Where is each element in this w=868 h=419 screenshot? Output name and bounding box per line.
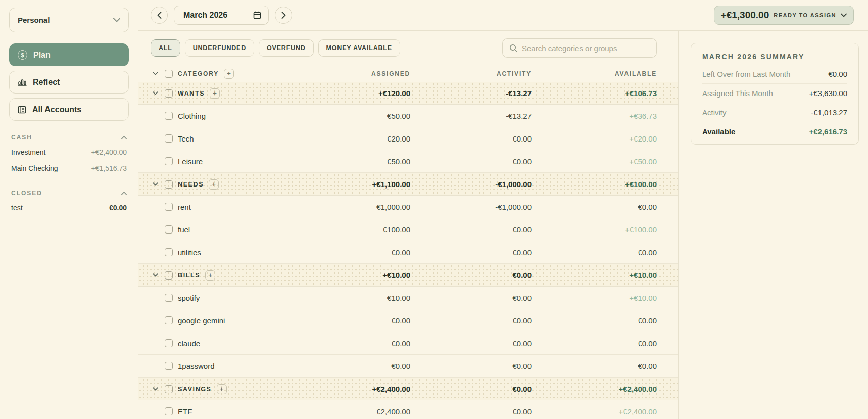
category-name-cell: Clothing xyxy=(151,112,289,120)
row-value: €0.00 xyxy=(410,294,532,302)
add-group-button[interactable]: + xyxy=(224,69,234,79)
category-checkbox[interactable] xyxy=(165,248,173,256)
sidebar-item-plan[interactable]: $Plan xyxy=(9,43,129,66)
group-value: -€1,000.00 xyxy=(410,180,532,189)
row-value: €0.00 xyxy=(410,316,532,325)
category-checkbox[interactable] xyxy=(165,112,173,120)
nav-item-label: Plan xyxy=(33,51,51,60)
row-value: €0.00 xyxy=(410,362,532,370)
budget-switcher[interactable]: Personal xyxy=(9,8,129,32)
account-balance: +€1,516.73 xyxy=(91,164,127,172)
ready-to-assign-label: READY TO ASSIGN xyxy=(774,12,836,18)
category-name-cell: rent xyxy=(151,203,289,211)
row-value: -€1,000.00 xyxy=(410,203,532,211)
account-row[interactable]: test€0.00 xyxy=(9,200,129,216)
category-checkbox[interactable] xyxy=(165,316,173,324)
group-name-cell: WANTS+ xyxy=(151,88,289,99)
category-group-row[interactable]: SAVINGS++€2,400.00€0.00+€2,400.00 xyxy=(138,378,678,400)
add-category-button[interactable]: + xyxy=(205,270,215,281)
group-checkbox[interactable] xyxy=(165,271,173,280)
collapse-all-icon[interactable] xyxy=(151,72,160,75)
category-row[interactable]: spotify€10.00€0.00+€10.00 xyxy=(138,287,678,309)
account-section-header[interactable]: CLOSED xyxy=(11,190,127,197)
category-group-row[interactable]: BILLS++€10.00€0.00+€10.00 xyxy=(138,264,678,287)
filter-button-all[interactable]: ALL xyxy=(151,39,180,57)
add-category-button[interactable]: + xyxy=(210,88,220,99)
group-checkbox[interactable] xyxy=(165,385,173,393)
available-value: +€2,400.00 xyxy=(532,407,657,416)
row-value: €0.00 xyxy=(410,157,532,166)
section-collapse-icon[interactable] xyxy=(121,136,127,139)
category-checkbox[interactable] xyxy=(165,203,173,211)
bar-chart-icon xyxy=(18,78,27,86)
filter-button-money-available[interactable]: MONEY AVAILABLE xyxy=(318,39,400,57)
category-group-row[interactable]: NEEDS++€1,100.00-€1,000.00+€100.00 xyxy=(138,173,678,196)
category-name-label: spotify xyxy=(178,294,200,302)
select-all-checkbox[interactable] xyxy=(165,70,173,78)
available-value: +€100.00 xyxy=(532,225,657,234)
summary-row-value: +€2,616.73 xyxy=(809,127,848,136)
summary-row: Assigned This Month+€3,630.00 xyxy=(702,83,847,103)
category-row[interactable]: google gemini€0.00€0.00€0.00 xyxy=(138,309,678,332)
group-collapse-icon[interactable] xyxy=(151,387,160,391)
month-picker[interactable]: March 2026 xyxy=(174,6,269,25)
category-name-label: rent xyxy=(178,203,191,211)
category-checkbox[interactable] xyxy=(165,294,173,302)
filter-button-underfunded[interactable]: UNDERFUNDED xyxy=(185,39,254,57)
ready-to-assign-amount: +€1,300.00 xyxy=(721,10,769,21)
category-row[interactable]: Clothing€50.00-€13.27+€36.73 xyxy=(138,105,678,127)
category-checkbox[interactable] xyxy=(165,407,173,415)
available-value: +€10.00 xyxy=(532,294,657,302)
category-row[interactable]: Leisure€50.00€0.00+€50.00 xyxy=(138,150,678,173)
category-checkbox[interactable] xyxy=(165,134,173,143)
category-row[interactable]: ETF€2,400.00€0.00+€2,400.00 xyxy=(138,400,678,419)
filter-button-overfund[interactable]: OVERFUND xyxy=(259,39,314,57)
group-checkbox[interactable] xyxy=(165,180,173,189)
group-collapse-icon[interactable] xyxy=(151,91,160,95)
group-collapse-icon[interactable] xyxy=(151,273,160,277)
group-checkbox[interactable] xyxy=(165,89,173,98)
summary-row-value: +€3,630.00 xyxy=(809,89,848,98)
category-row[interactable]: fuel€100.00€0.00+€100.00 xyxy=(138,218,678,241)
dollar-circle-icon: $ xyxy=(18,50,27,60)
group-name-cell: SAVINGS+ xyxy=(151,384,289,394)
category-name-cell: fuel xyxy=(151,225,289,234)
sidebar-item-all-accounts[interactable]: All Accounts xyxy=(9,98,129,121)
sidebar-item-reflect[interactable]: Reflect xyxy=(9,71,129,94)
category-name-cell: spotify xyxy=(151,294,289,302)
group-name-label: WANTS xyxy=(178,90,205,97)
nav-item-label: All Accounts xyxy=(32,105,81,114)
account-row[interactable]: Main Checking+€1,516.73 xyxy=(9,160,129,176)
account-section-header[interactable]: CASH xyxy=(11,134,127,141)
category-name-label: Clothing xyxy=(178,112,206,120)
category-name-cell: claude xyxy=(151,339,289,348)
add-category-button[interactable]: + xyxy=(209,179,219,190)
summary-row: Available+€2,616.73 xyxy=(702,122,847,141)
category-row[interactable]: Tech€20.00€0.00+€20.00 xyxy=(138,127,678,150)
account-row[interactable]: Investment+€2,400.00 xyxy=(9,144,129,160)
category-row[interactable]: claude€0.00€0.00€0.00 xyxy=(138,332,678,355)
section-collapse-icon[interactable] xyxy=(121,192,127,195)
category-row[interactable]: 1password€0.00€0.00€0.00 xyxy=(138,355,678,378)
available-value: €0.00 xyxy=(532,362,657,370)
category-row[interactable]: rent€1,000.00-€1,000.00€0.00 xyxy=(138,196,678,218)
category-row[interactable]: utilities€0.00€0.00€0.00 xyxy=(138,241,678,264)
group-collapse-icon[interactable] xyxy=(151,182,160,186)
ready-to-assign-button[interactable]: +€1,300.00 READY TO ASSIGN xyxy=(714,6,854,25)
category-checkbox[interactable] xyxy=(165,157,173,165)
group-name-cell: BILLS+ xyxy=(151,270,289,281)
search-box xyxy=(502,38,657,58)
category-column-header: CATEGORY xyxy=(178,70,219,77)
summary-row: Left Over from Last Month€0.00 xyxy=(702,65,847,83)
available-value: +€50.00 xyxy=(532,157,657,166)
month-summary-card: MARCH 2026 SUMMARY Left Over from Last M… xyxy=(691,43,859,145)
add-category-button[interactable]: + xyxy=(217,384,227,394)
next-month-button[interactable] xyxy=(275,7,292,24)
previous-month-button[interactable] xyxy=(151,7,168,24)
category-checkbox[interactable] xyxy=(165,362,173,370)
search-input[interactable] xyxy=(522,44,650,53)
available-value: +€2,400.00 xyxy=(532,385,657,393)
category-checkbox[interactable] xyxy=(165,225,173,234)
category-group-row[interactable]: WANTS++€120.00-€13.27+€106.73 xyxy=(138,82,678,105)
category-checkbox[interactable] xyxy=(165,339,173,347)
